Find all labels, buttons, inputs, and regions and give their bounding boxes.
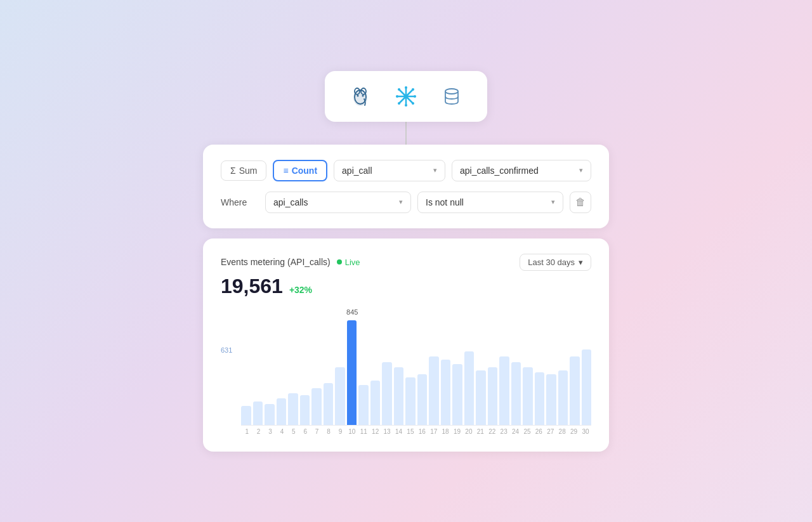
field-select[interactable]: api_call ▾ — [334, 160, 445, 181]
bar-27[interactable] — [546, 374, 556, 424]
bar-8[interactable] — [324, 383, 334, 425]
database-icon — [436, 81, 467, 112]
bar-29[interactable] — [570, 356, 580, 424]
date-range-button[interactable]: Last 30 days ▾ — [520, 254, 591, 271]
metric-value: api_calls_confirmed — [460, 166, 539, 176]
count-label: Count — [292, 166, 317, 176]
x-tick-8: 8 — [323, 428, 334, 435]
count-icon: ≡ — [283, 166, 288, 176]
field-chevron-icon: ▾ — [433, 166, 437, 174]
where-condition-chevron-icon: ▾ — [551, 198, 555, 206]
bar-30[interactable] — [582, 349, 592, 425]
svg-point-10 — [405, 86, 407, 89]
x-tick-3: 3 — [265, 428, 276, 435]
bar-22[interactable] — [488, 367, 498, 425]
bar-2[interactable] — [253, 401, 263, 424]
live-badge: Live — [337, 258, 360, 267]
bar-26[interactable] — [535, 372, 545, 425]
count-button[interactable]: ≡ Count — [273, 160, 327, 181]
chart-header: Events metering (API_calls) Live Last 30… — [221, 254, 591, 271]
connector-line — [405, 122, 407, 145]
bars-area — [241, 308, 591, 426]
bar-14[interactable] — [394, 367, 404, 425]
x-axis: 1234567891011121314151617181920212223242… — [241, 428, 591, 435]
x-tick-19: 19 — [451, 428, 462, 435]
bar-3[interactable] — [265, 404, 275, 425]
x-tick-20: 20 — [463, 428, 475, 435]
bar-23[interactable] — [499, 356, 509, 424]
x-tick-13: 13 — [381, 428, 393, 435]
chart-title-group: Events metering (API_calls) Live — [221, 257, 360, 267]
live-label: Live — [345, 258, 360, 267]
x-tick-28: 28 — [556, 428, 568, 435]
sum-label: Sum — [239, 166, 258, 176]
bar-17[interactable] — [429, 356, 439, 424]
bar-16[interactable] — [417, 374, 428, 424]
trash-icon: 🗑 — [575, 197, 586, 208]
x-tick-6: 6 — [299, 428, 311, 435]
y-axis-label: 631 — [221, 346, 232, 354]
x-tick-29: 29 — [568, 428, 579, 435]
where-label: Where — [221, 197, 259, 207]
date-range-label: Last 30 days — [528, 258, 575, 267]
x-tick-22: 22 — [487, 428, 498, 435]
where-row: Where api_calls ▾ Is not null ▾ 🗑 — [221, 192, 591, 213]
metric-change: +32% — [289, 285, 312, 295]
metric-chevron-icon: ▾ — [579, 166, 583, 174]
bar-5[interactable] — [288, 393, 298, 425]
x-tick-4: 4 — [276, 428, 287, 435]
where-condition-select[interactable]: Is not null ▾ — [417, 192, 563, 213]
bar-25[interactable] — [523, 367, 533, 425]
filter-card: Σ Sum ≡ Count api_call ▾ api_calls_confi… — [203, 145, 609, 228]
x-tick-15: 15 — [405, 428, 416, 435]
bar-11[interactable] — [358, 385, 369, 425]
x-tick-25: 25 — [521, 428, 533, 435]
bar-6[interactable] — [300, 395, 310, 424]
sum-button[interactable]: Σ Sum — [221, 160, 266, 181]
x-tick-26: 26 — [533, 428, 544, 435]
bar-19[interactable] — [452, 364, 462, 425]
x-tick-30: 30 — [580, 428, 591, 435]
x-tick-27: 27 — [545, 428, 556, 435]
bar-24[interactable] — [511, 362, 521, 425]
where-condition-value: Is not null — [426, 197, 464, 207]
bar-13[interactable] — [382, 362, 392, 425]
bar-4[interactable] — [277, 398, 287, 424]
svg-point-13 — [414, 95, 416, 98]
svg-point-18 — [403, 94, 409, 99]
svg-point-19 — [445, 89, 458, 94]
x-tick-12: 12 — [369, 428, 381, 435]
where-field-chevron-icon: ▾ — [399, 198, 403, 206]
live-dot — [337, 259, 342, 264]
bar-18[interactable] — [441, 360, 451, 424]
x-tick-10: 10 — [346, 428, 358, 435]
svg-point-12 — [396, 95, 398, 98]
bar-15[interactable] — [405, 377, 416, 424]
svg-point-15 — [412, 102, 414, 105]
bar-7[interactable] — [311, 388, 322, 425]
svg-point-5 — [362, 95, 364, 96]
x-tick-18: 18 — [440, 428, 451, 435]
delete-where-button[interactable]: 🗑 — [570, 192, 591, 213]
bar-21[interactable] — [476, 370, 486, 425]
svg-point-11 — [405, 104, 407, 107]
bar-10[interactable] — [347, 320, 357, 425]
x-tick-11: 11 — [358, 428, 369, 435]
where-field-value: api_calls — [273, 197, 308, 207]
bar-28[interactable] — [558, 370, 568, 425]
x-tick-7: 7 — [311, 428, 322, 435]
postgresql-icon — [345, 81, 376, 112]
snowflake-icon — [391, 81, 421, 112]
bar-1[interactable] — [241, 406, 251, 425]
where-field-select[interactable]: api_calls ▾ — [265, 192, 411, 213]
field-value: api_call — [342, 166, 372, 176]
bar-9[interactable] — [335, 367, 345, 425]
x-tick-24: 24 — [509, 428, 521, 435]
metric-value: 19,561 — [221, 275, 283, 298]
bar-12[interactable] — [370, 381, 381, 424]
metric-select[interactable]: api_calls_confirmed ▾ — [452, 160, 591, 181]
metric-row: 19,561 +32% — [221, 275, 591, 298]
highlight-value-label: 845 — [346, 308, 358, 316]
icons-card — [325, 71, 487, 122]
bar-20[interactable] — [464, 351, 475, 425]
